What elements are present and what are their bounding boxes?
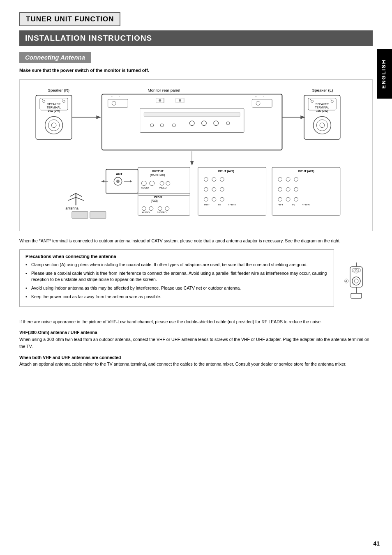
svg-point-33 (173, 124, 176, 127)
svg-rect-16 (102, 94, 282, 150)
svg-rect-39 (304, 95, 340, 139)
antenna-note-text: When the *ANT* terminal is connected to … (19, 238, 373, 244)
svg-point-92 (286, 177, 290, 182)
svg-point-8 (45, 116, 63, 134)
sidebar-english-label: ENGLISH (377, 49, 392, 99)
svg-rect-23 (252, 99, 272, 107)
svg-point-60 (141, 181, 146, 186)
bottom-notes: If there are noise appearance in the pic… (19, 318, 373, 368)
svg-point-18 (112, 101, 116, 105)
svg-text:-: - (330, 98, 331, 101)
svg-text:+: + (310, 98, 311, 101)
svg-point-9 (48, 120, 59, 131)
svg-text:Speaker (R): Speaker (R) (48, 88, 69, 92)
connection-diagram: Speaker (R) Monitor rear panel Speaker (… (24, 84, 368, 227)
svg-text:AUDIO: AUDIO (141, 187, 149, 189)
svg-point-96 (294, 187, 298, 191)
svg-text:+: + (42, 98, 44, 101)
svg-marker-56 (130, 180, 132, 182)
adaptor-diagram: A A (340, 249, 373, 313)
svg-point-63 (166, 181, 170, 185)
svg-rect-75 (198, 167, 266, 215)
svg-text:A: A (345, 279, 348, 283)
svg-point-79 (220, 177, 224, 182)
svg-text:OUTPUT: OUTPUT (152, 170, 164, 173)
svg-rect-57 (138, 167, 190, 195)
svg-text:-: - (263, 95, 264, 98)
precautions-list: Clamp section (A) using pliers when inst… (25, 262, 328, 300)
svg-point-44 (314, 116, 331, 134)
svg-line-106 (68, 197, 76, 200)
installation-instructions-box: INSTALLATION INSTRUCTIONS (19, 30, 373, 46)
tuner-unit-function-title: TUNER UNIT FUNCTION (26, 15, 114, 23)
svg-rect-3 (36, 95, 72, 139)
svg-text:YPBPR: YPBPR (302, 203, 310, 206)
svg-text:YPBPR: YPBPR (228, 203, 236, 206)
svg-point-77 (204, 177, 208, 182)
svg-text:Py: Py (292, 203, 295, 206)
precaution-item-2: Please use a coaxial cable which is free… (25, 270, 328, 283)
precaution-item-3: Avoid using indoor antenna as this may b… (25, 285, 328, 292)
svg-text:PbPr: PbPr (204, 203, 209, 206)
svg-point-84 (212, 197, 216, 201)
svg-point-82 (220, 187, 224, 191)
svg-point-32 (160, 124, 164, 127)
svg-text:(MONITOR): (MONITOR) (150, 173, 165, 177)
svg-text:ANT: ANT (116, 172, 122, 176)
precautions-box: Precautions when connecting the antenna … (19, 249, 334, 307)
svg-point-97 (278, 197, 282, 201)
svg-point-94 (278, 187, 282, 191)
svg-point-117 (354, 279, 358, 283)
svg-point-80 (204, 187, 208, 191)
svg-point-99 (294, 197, 298, 201)
svg-text:SPEAKER: SPEAKER (316, 103, 329, 106)
svg-point-37 (226, 122, 230, 125)
svg-rect-29 (140, 108, 244, 132)
svg-point-35 (202, 121, 207, 126)
svg-text:INPUT (AV1): INPUT (AV1) (298, 170, 314, 173)
svg-point-72 (165, 207, 169, 211)
bottom-note-1: If there are noise appearance in the pic… (19, 318, 373, 325)
diagram-area: Speaker (R) Monitor rear panel Speaker (… (19, 79, 373, 231)
svg-text:(AV3): (AV3) (151, 199, 158, 203)
svg-point-83 (204, 197, 208, 201)
svg-line-105 (76, 193, 82, 197)
svg-point-34 (189, 121, 194, 126)
svg-point-47 (311, 100, 314, 103)
svg-text:INPUT (AV2): INPUT (AV2) (218, 170, 234, 173)
svg-point-98 (286, 197, 290, 201)
precaution-item-4: Keep the power cord as far away from the… (25, 294, 328, 300)
svg-text:TERMINAL: TERMINAL (47, 106, 61, 109)
svg-rect-30 (144, 113, 240, 117)
svg-point-36 (214, 121, 219, 126)
svg-point-95 (286, 187, 290, 191)
connecting-antenna-box: Connecting Antenna (19, 52, 91, 63)
bottom-note-3: When both VHF and UHF antennas are conne… (19, 354, 373, 368)
svg-text:AUDIO: AUDIO (142, 211, 150, 214)
svg-point-70 (149, 207, 153, 211)
svg-point-85 (220, 197, 224, 201)
svg-text:-: - (119, 95, 120, 98)
svg-rect-111 (72, 211, 88, 219)
svg-point-54 (116, 180, 120, 183)
svg-point-45 (316, 120, 327, 131)
svg-text:antenna: antenna (65, 206, 78, 210)
svg-point-69 (142, 207, 146, 211)
svg-rect-119 (351, 293, 362, 298)
svg-point-22 (179, 99, 181, 102)
tuner-unit-function-box: TUNER UNIT FUNCTION (19, 12, 120, 26)
svg-text:INPUT: INPUT (154, 196, 163, 198)
bottom-note-2: VHF(300-Ohm) antenna / UHF antenna When … (19, 329, 373, 350)
svg-point-61 (150, 181, 154, 186)
svg-text:-: - (62, 98, 63, 101)
precautions-title: Precautions when connecting the antenna (25, 254, 328, 259)
svg-text:SPEAKER: SPEAKER (47, 103, 60, 106)
power-warning-text: Make sure that the power switch of the m… (19, 68, 373, 73)
svg-point-81 (212, 187, 216, 191)
svg-rect-112 (90, 211, 106, 219)
svg-text:PbPr: PbPr (278, 203, 283, 206)
svg-point-62 (160, 181, 164, 185)
svg-point-10 (51, 123, 56, 128)
svg-line-104 (70, 193, 76, 197)
svg-point-78 (212, 177, 216, 182)
